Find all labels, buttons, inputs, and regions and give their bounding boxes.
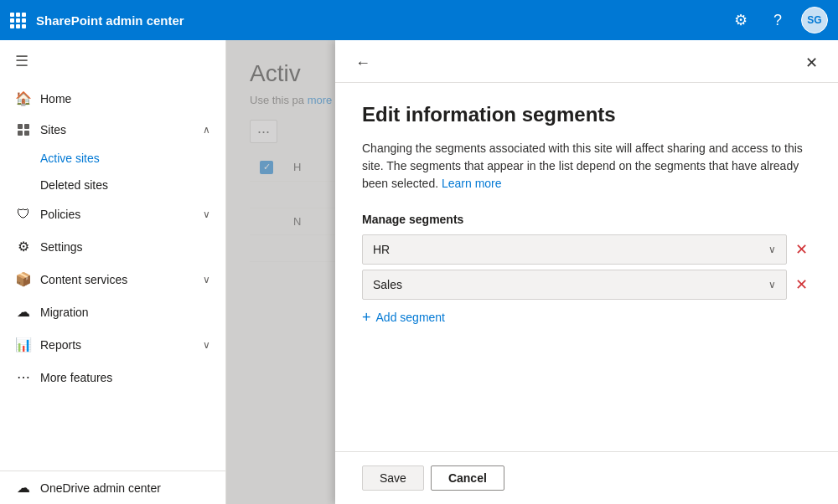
cancel-button[interactable]: Cancel bbox=[431, 465, 504, 491]
avatar[interactable]: SG bbox=[801, 7, 828, 33]
add-icon: + bbox=[362, 310, 371, 325]
main-content: Activ Use this pa more ··· ✓ H H m bbox=[226, 40, 838, 504]
sidebar-item-policies[interactable]: 🛡 Policies ∨ bbox=[0, 198, 225, 230]
svg-rect-3 bbox=[24, 131, 29, 136]
add-segment-button[interactable]: + Add segment bbox=[362, 305, 445, 330]
migration-icon: ☁ bbox=[15, 304, 32, 320]
sites-icon bbox=[15, 123, 32, 136]
sidebar-item-home[interactable]: 🏠 Home bbox=[0, 82, 225, 115]
segment-sales-select[interactable]: Sales ∨ bbox=[362, 270, 787, 300]
sidebar-item-sites[interactable]: Sites ∧ bbox=[0, 115, 225, 145]
sidebar: ☰ 🏠 Home Sites ∧ Active sites bbox=[0, 40, 226, 504]
manage-segments-title: Manage segments bbox=[362, 213, 811, 226]
sidebar-item-reports[interactable]: 📊 Reports ∨ bbox=[0, 328, 225, 361]
sites-chevron-icon: ∧ bbox=[203, 124, 210, 136]
sidebar-item-deleted-sites[interactable]: Deleted sites bbox=[40, 172, 225, 198]
waffle-icon[interactable] bbox=[10, 13, 26, 28]
segment-sales-chevron-icon: ∨ bbox=[768, 279, 776, 291]
segment-hr-remove-button[interactable]: ✕ bbox=[792, 237, 811, 262]
learn-more-link[interactable]: Learn more bbox=[442, 177, 502, 190]
add-segment-label: Add segment bbox=[376, 311, 446, 324]
sidebar-item-onedrive[interactable]: ☁ OneDrive admin center bbox=[0, 471, 225, 504]
content-services-chevron-icon: ∨ bbox=[203, 274, 210, 285]
layout: ☰ 🏠 Home Sites ∧ Active sites bbox=[0, 40, 838, 504]
sidebar-settings-label: Settings bbox=[40, 240, 210, 254]
sidebar-sites-label: Sites bbox=[40, 123, 194, 136]
settings-icon[interactable]: ⚙ bbox=[727, 7, 754, 33]
policies-icon: 🛡 bbox=[15, 207, 32, 222]
sidebar-item-migration[interactable]: ☁ Migration bbox=[0, 296, 225, 328]
svg-rect-1 bbox=[24, 124, 29, 129]
svg-rect-2 bbox=[18, 131, 23, 136]
segment-row-hr: HR ∨ ✕ bbox=[362, 234, 811, 265]
sidebar-migration-label: Migration bbox=[40, 306, 210, 319]
segment-row-sales: Sales ∨ ✕ bbox=[362, 270, 811, 300]
sidebar-item-more-features[interactable]: ⋯ More features bbox=[0, 361, 225, 393]
panel-close-button[interactable]: ✕ bbox=[802, 50, 821, 75]
sidebar-reports-label: Reports bbox=[40, 338, 194, 352]
segment-hr-value: HR bbox=[373, 243, 390, 256]
segment-hr-chevron-icon: ∨ bbox=[768, 244, 776, 255]
home-icon: 🏠 bbox=[15, 90, 32, 106]
settings-nav-icon: ⚙ bbox=[15, 239, 32, 255]
sidebar-bottom: ☁ OneDrive admin center bbox=[0, 471, 225, 504]
panel-back-button[interactable]: ← bbox=[352, 51, 374, 75]
segment-sales-remove-button[interactable]: ✕ bbox=[792, 272, 811, 297]
panel-footer: Save Cancel bbox=[335, 451, 838, 504]
svg-rect-0 bbox=[18, 124, 23, 129]
reports-icon: 📊 bbox=[15, 337, 32, 352]
sidebar-policies-label: Policies bbox=[40, 208, 194, 221]
save-button[interactable]: Save bbox=[362, 465, 424, 491]
reports-chevron-icon: ∨ bbox=[203, 339, 210, 351]
app-title: SharePoint admin center bbox=[36, 13, 717, 28]
deleted-sites-label: Deleted sites bbox=[40, 178, 108, 192]
sidebar-content-services-label: Content services bbox=[40, 273, 194, 286]
content-services-icon: 📦 bbox=[15, 271, 32, 287]
sidebar-item-content-services[interactable]: 📦 Content services ∨ bbox=[0, 263, 225, 296]
edit-information-segments-panel: ← ✕ Edit information segments Changing t… bbox=[335, 40, 838, 504]
panel-header: ← ✕ bbox=[335, 40, 838, 83]
topbar: SharePoint admin center ⚙ ? SG bbox=[0, 0, 838, 40]
sidebar-item-settings[interactable]: ⚙ Settings bbox=[0, 230, 225, 263]
more-features-icon: ⋯ bbox=[15, 369, 32, 385]
sidebar-item-active-sites[interactable]: Active sites bbox=[40, 145, 225, 172]
hamburger-button[interactable]: ☰ bbox=[0, 40, 225, 82]
segment-sales-value: Sales bbox=[373, 278, 402, 291]
active-sites-label: Active sites bbox=[40, 152, 100, 165]
sidebar-onedrive-label: OneDrive admin center bbox=[40, 481, 210, 495]
panel-title: Edit information segments bbox=[362, 103, 811, 126]
help-icon[interactable]: ? bbox=[764, 7, 791, 33]
panel-description: Changing the segments associated with th… bbox=[362, 140, 811, 193]
sidebar-more-features-label: More features bbox=[40, 371, 210, 384]
segment-hr-select[interactable]: HR ∨ bbox=[362, 234, 787, 265]
onedrive-icon: ☁ bbox=[15, 480, 32, 496]
sites-sub-menu: Active sites Deleted sites bbox=[0, 145, 225, 198]
panel-body: Edit information segments Changing the s… bbox=[335, 83, 838, 451]
sidebar-item-label: Home bbox=[40, 92, 210, 105]
policies-chevron-icon: ∨ bbox=[203, 208, 210, 220]
